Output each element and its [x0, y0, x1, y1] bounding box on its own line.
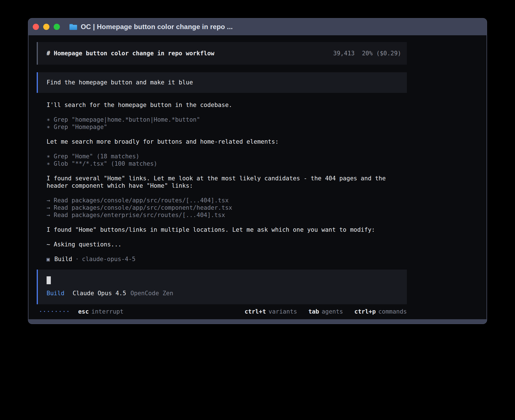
shortcut-variants: ctrl+tvariants — [245, 308, 297, 315]
assistant-status-text: ~ Asking questions... — [37, 241, 407, 248]
separator-dot: · — [75, 255, 79, 263]
close-button[interactable] — [33, 24, 39, 30]
terminal-content: # Homepage button color change in repo w… — [29, 35, 486, 319]
status-bar: •••••••• escinterrupt ctrl+tvariants tab… — [37, 308, 407, 315]
window-title: OC | Homepage button color change in rep… — [81, 23, 233, 31]
model-name: claude-opus-4-5 — [82, 255, 136, 263]
shortcut-interrupt: escinterrupt — [78, 308, 124, 315]
traffic-lights — [33, 24, 60, 30]
token-count: 39,413 — [333, 50, 355, 57]
minimize-button[interactable] — [43, 24, 49, 30]
folder-icon — [69, 24, 77, 30]
tool-call-grep: ∗ Grep "homepage|home.*button|Home.*butt… — [37, 116, 407, 123]
assistant-text: I found several "Home" links. Let me loo… — [37, 175, 407, 189]
context-cost: 20% ($0.29) — [362, 50, 401, 57]
input-meta: Build Claude Opus 4.5 OpenCode Zen — [47, 290, 401, 297]
agent-status: ▣ Build · claude-opus-4-5 — [37, 255, 407, 263]
session-stats: 39,413 20% ($0.29) — [333, 50, 401, 57]
session-title: # Homepage button color change in repo w… — [47, 50, 214, 57]
zoom-button[interactable] — [54, 24, 60, 30]
mode-label[interactable]: Build — [47, 290, 64, 297]
input-provider-label: OpenCode Zen — [130, 290, 173, 297]
prompt-input[interactable]: Build Claude Opus 4.5 OpenCode Zen — [37, 270, 407, 304]
tool-call-glob: ∗ Glob "**/*.tsx" (100 matches) — [37, 160, 407, 167]
shortcut-commands: ctrl+pcommands — [354, 308, 407, 315]
tool-call-read: → Read packages/console/app/src/componen… — [37, 204, 407, 211]
input-model-label: Claude Opus 4.5 — [73, 290, 126, 297]
text-cursor — [47, 276, 51, 284]
tool-call-read: → Read packages/console/app/src/routes/[… — [37, 197, 407, 204]
terminal-window: OC | Homepage button color change in rep… — [28, 18, 487, 324]
user-message-text: Find the homepage button and make it blu… — [47, 79, 193, 86]
input-line[interactable] — [47, 276, 401, 286]
tool-call-grep: ∗ Grep "Homepage" — [37, 123, 407, 131]
user-message: Find the homepage button and make it blu… — [37, 72, 407, 93]
shortcut-agents: tabagents — [308, 308, 343, 315]
tool-call-grep: ∗ Grep "Home" (18 matches) — [37, 153, 407, 160]
spinner-dots: •••••••• — [40, 308, 71, 315]
assistant-text: I found "Home" buttons/links in multiple… — [37, 226, 407, 233]
conversation: I'll search for the homepage button in t… — [37, 101, 407, 263]
session-header: # Homepage button color change in repo w… — [37, 42, 407, 65]
tool-call-read: → Read packages/enterprise/src/routes/[.… — [37, 211, 407, 219]
assistant-text: Let me search more broadly for buttons a… — [37, 138, 407, 145]
assistant-text: I'll search for the homepage button in t… — [37, 101, 407, 109]
agent-icon: ▣ — [47, 255, 50, 263]
agent-name: Build — [54, 255, 72, 263]
window-titlebar[interactable]: OC | Homepage button color change in rep… — [28, 18, 487, 35]
